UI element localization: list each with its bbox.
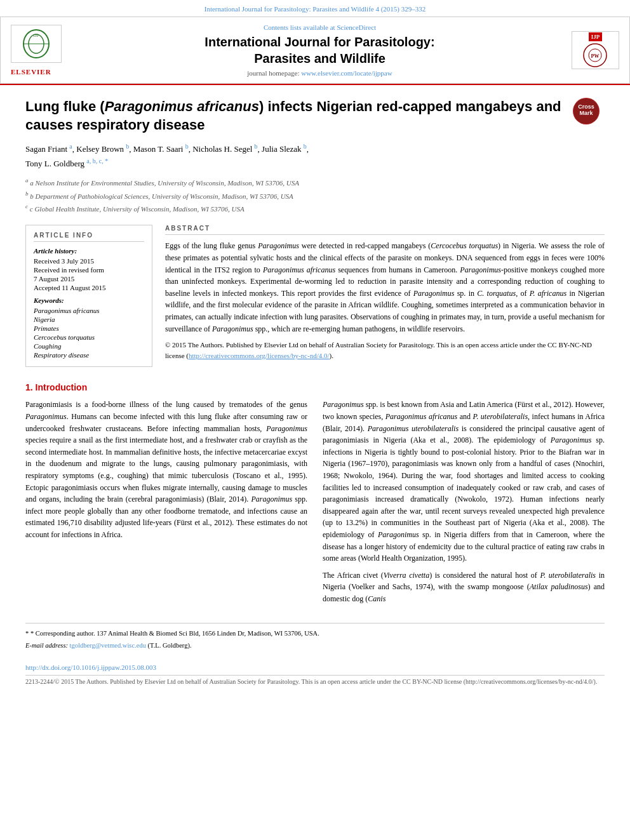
journal-ref-link[interactable]: International Journal for Parasitology: …: [204, 5, 426, 13]
keyword-3: Primates: [34, 324, 144, 332]
affiliation-c: c c Global Health Institute, University …: [25, 202, 605, 215]
paper-body: Lung fluke (Paragonimus africanus) infec…: [0, 85, 630, 698]
received-revised-date: 7 August 2015: [34, 275, 144, 283]
history-label: Article history:: [34, 247, 144, 255]
keyword-1: Paragonimus africanus: [34, 307, 144, 314]
received-revised-label: Received in revised form: [34, 266, 144, 274]
journal-title: International Journal for Parasitology: …: [68, 34, 572, 67]
keyword-6: Respiratory disease: [34, 351, 144, 359]
ijp-logo-inner: IJP: [589, 32, 603, 41]
corresponding-footnote: * * Corresponding author. 137 Animal Hea…: [25, 629, 605, 639]
info-abstract-area: ARTICLE INFO Article history: Received 3…: [25, 225, 605, 367]
paper-title-area: Lung fluke (Paragonimus africanus) infec…: [25, 98, 605, 134]
intro-left-col: Paragonimiasis is a food-borne illness o…: [25, 399, 307, 610]
keyword-5: Coughing: [34, 342, 144, 350]
keyword-4: Cercocebus torquatus: [34, 333, 144, 341]
email-name: (T.L. Goldberg).: [148, 642, 192, 649]
accepted-date: Accepted 11 August 2015: [34, 284, 144, 291]
introduction-section: 1. Introduction Paragonimiasis is a food…: [25, 382, 605, 610]
affiliations: a a Nelson Institute for Environmental S…: [25, 176, 605, 215]
intro-heading: 1. Introduction: [25, 382, 605, 392]
keyword-2: Nigeria: [34, 316, 144, 323]
received-date: Received 3 July 2015: [34, 257, 144, 265]
keywords-list: Paragonimus africanus Nigeria Primates C…: [34, 307, 144, 359]
authors-line: Sagan Friant a, Kelsey Brown b, Mason T.…: [25, 142, 605, 171]
journal-title-area: Contents lists available at ScienceDirec…: [68, 23, 572, 77]
abstract-section: ABSTRACT Eggs of the lung fluke genus Pa…: [165, 225, 605, 367]
journal-header: IJP ELSEVIER Contents lists available at…: [0, 17, 630, 84]
intro-left-para: Paragonimiasis is a food-borne illness o…: [25, 399, 307, 540]
cc-license-link[interactable]: http://creativecommons.org/licenses/by-n…: [189, 352, 330, 359]
intro-right-col: Paragonimus spp. is best known from Asia…: [323, 399, 605, 610]
crossmark-badge: Cross Mark: [573, 98, 605, 130]
contents-label: Contents lists available at: [264, 23, 335, 31]
top-bar: International Journal for Parasitology: …: [0, 0, 630, 17]
intro-right-para-1: Paragonimus spp. is best known from Asia…: [323, 399, 605, 564]
license-text: 2213-2244/© 2015 The Authors. Published …: [25, 678, 597, 685]
affiliation-a: a a Nelson Institute for Environmental S…: [25, 176, 605, 189]
journal-title-line1: International Journal for Parasitology:: [204, 35, 434, 49]
homepage-label: journal homepage:: [247, 69, 299, 77]
svg-text:Mark: Mark: [579, 110, 593, 116]
elsevier-logo-box: IJP ELSEVIER: [11, 25, 68, 76]
elsevier-text: ELSEVIER: [11, 68, 51, 76]
article-info-box: ARTICLE INFO Article history: Received 3…: [25, 225, 152, 367]
doi-bar: http://dx.doi.org/10.1016/j.ijppaw.2015.…: [25, 658, 605, 672]
doi-link[interactable]: http://dx.doi.org/10.1016/j.ijppaw.2015.…: [25, 663, 156, 671]
license-bar: 2213-2244/© 2015 The Authors. Published …: [25, 675, 605, 685]
paper-title: Lung fluke (Paragonimus africanus) infec…: [25, 98, 561, 133]
sciencedirect-link[interactable]: ScienceDirect: [337, 23, 376, 31]
homepage-line: journal homepage: www.elsevier.com/locat…: [68, 69, 572, 77]
svg-text:IJP: IJP: [34, 33, 39, 38]
footnote-area: * * Corresponding author. 137 Animal Hea…: [25, 623, 605, 651]
email-footnote: E-mail address: tgoldberg@vetmed.wisc.ed…: [25, 641, 605, 651]
contents-line: Contents lists available at ScienceDirec…: [68, 23, 572, 31]
article-info-col: ARTICLE INFO Article history: Received 3…: [25, 225, 152, 367]
ijp-logo-box: IJP PW: [572, 31, 619, 69]
open-access-note: © 2015 The Authors. Published by Elsevie…: [165, 340, 605, 361]
intro-two-col: Paragonimiasis is a food-borne illness o…: [25, 399, 605, 610]
keywords-label: Keywords:: [34, 297, 144, 304]
abstract-text: Eggs of the lung fluke genus Paragonimus…: [165, 240, 605, 335]
article-info-heading: ARTICLE INFO: [34, 232, 144, 242]
svg-text:Cross: Cross: [578, 103, 594, 110]
journal-title-line2: Parasites and Wildlife: [254, 51, 385, 65]
affiliation-b: b b Department of Pathobiological Scienc…: [25, 189, 605, 202]
elsevier-icon: IJP: [11, 25, 62, 63]
homepage-url[interactable]: www.elsevier.com/locate/ijppaw: [301, 69, 392, 77]
abstract-heading: ABSTRACT: [165, 225, 605, 235]
intro-right-para-2: The African civet (Viverra civetta) is c…: [323, 570, 605, 605]
crossmark-icon: Cross Mark: [573, 98, 600, 124]
svg-text:PW: PW: [591, 53, 600, 59]
email-link[interactable]: tgoldberg@vetmed.wisc.edu: [70, 642, 146, 649]
